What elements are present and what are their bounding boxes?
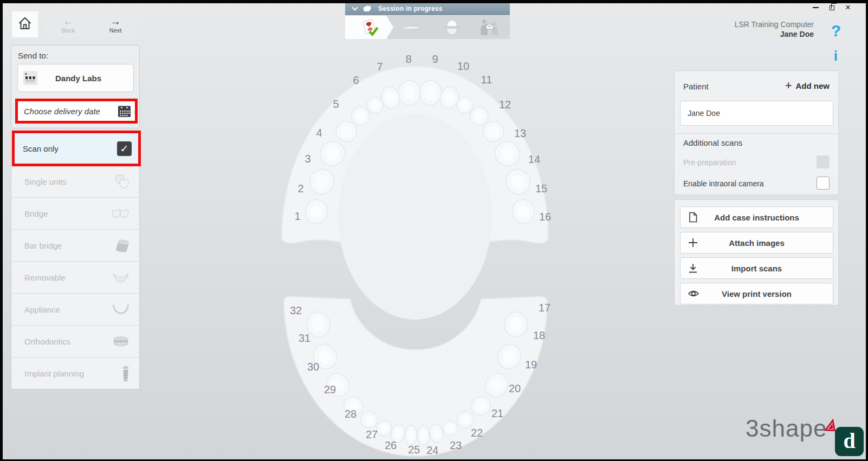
bar-bridge-icon	[113, 237, 131, 254]
single-units-icon	[111, 173, 131, 190]
close-icon: ×	[845, 4, 851, 11]
appliance-icon	[111, 303, 131, 316]
view-print-version-button[interactable]: View print version	[680, 283, 833, 304]
intraoral-camera-label: Enable intraoral camera	[683, 179, 764, 188]
scanner-step-icon	[400, 18, 422, 37]
case-type-label: Orthodontics	[24, 337, 111, 346]
computer-name: LSR Training Computer	[735, 20, 814, 29]
patient-name-input[interactable]	[680, 101, 833, 126]
home-button[interactable]	[12, 11, 38, 37]
tooth-number-16: 16	[539, 211, 551, 223]
add-new-patient-button[interactable]: + Add new	[785, 80, 830, 92]
window-controls: ×	[809, 3, 854, 12]
3shape-logo: 3shape	[746, 415, 827, 442]
delivery-date-annotation: Choose delivery date	[15, 99, 138, 124]
back-button[interactable]: ← Back	[44, 11, 92, 37]
maximize-button[interactable]	[826, 3, 838, 12]
window-frame-left	[0, 0, 3, 461]
case-type-label: Implant planning	[24, 369, 121, 378]
account-block: LSR Training Computer Jane Doe	[735, 20, 814, 39]
tooth-number-31: 31	[299, 332, 310, 345]
case-type-bar-bridge[interactable]: Bar bridge	[11, 230, 139, 262]
case-type-appliance[interactable]: Appliance	[11, 294, 139, 326]
plus-icon	[687, 237, 699, 249]
tooth-number-20: 20	[509, 382, 521, 395]
lab-name: Dandy Labs	[37, 74, 119, 83]
attach-images-button[interactable]: Attach images	[680, 232, 833, 254]
import-icon	[687, 262, 699, 274]
tooth-number-28: 28	[345, 408, 357, 420]
tooth-number-4: 4	[316, 127, 322, 139]
tooth-number-8: 8	[405, 53, 411, 66]
workflow-step-order-form[interactable]	[345, 16, 394, 39]
tooth-number-17: 17	[539, 302, 550, 314]
remote-session-icon	[362, 4, 372, 13]
case-type-single-units[interactable]: Single units	[11, 166, 139, 198]
send-step-icon	[478, 17, 500, 38]
case-type-label: Bridge	[24, 209, 110, 218]
document-icon	[687, 211, 699, 223]
pre-preparation-checkbox	[817, 155, 830, 168]
tooth-number-27: 27	[366, 428, 378, 441]
lab-select-button[interactable]: Dandy Labs	[17, 64, 134, 92]
case-type-label: Appliance	[24, 305, 111, 314]
tooth-number-13: 13	[514, 127, 526, 140]
chevron-down-icon	[352, 4, 358, 10]
back-label: Back	[62, 27, 75, 34]
action-button-label: View print version	[681, 289, 833, 298]
tooth-number-21: 21	[491, 407, 503, 420]
scan-only-checkbox[interactable]: ✓	[117, 141, 132, 156]
tooth-number-22: 22	[471, 427, 483, 439]
arrow-right-icon: →	[110, 15, 121, 27]
divider	[675, 133, 838, 134]
case-type-implant-planning[interactable]: Implant planning	[11, 358, 139, 389]
calendar-icon[interactable]	[118, 105, 131, 118]
help-button[interactable]: ?	[831, 22, 841, 40]
next-label: Next	[109, 27, 122, 34]
removable-icon	[111, 270, 131, 285]
pre-preparation-label: Pre-preparation	[683, 158, 736, 167]
case-type-label: Removable	[24, 273, 111, 282]
tooth-number-3: 3	[305, 153, 310, 165]
workflow-step-scanner[interactable]	[386, 16, 435, 39]
minimize-icon	[813, 7, 819, 8]
tooth-number-11: 11	[481, 74, 493, 86]
order-step-icon	[360, 17, 379, 38]
orthodontics-icon	[111, 334, 131, 349]
import-scans-button[interactable]: Import scans	[680, 257, 833, 279]
user-name: Jane Doe	[735, 29, 814, 39]
minimize-button[interactable]	[809, 3, 821, 12]
case-type-removable[interactable]: Removable	[11, 262, 139, 294]
case-actions-panel: Add case instructionsAttach imagesImport…	[674, 199, 839, 306]
model-step-icon	[442, 17, 462, 38]
eye-icon	[687, 288, 700, 300]
tooth-number-12: 12	[499, 99, 511, 111]
add-new-label: Add new	[796, 81, 830, 90]
case-type-bridge[interactable]: Bridge	[11, 198, 139, 230]
add-case-instructions-button[interactable]: Add case instructions	[680, 206, 833, 228]
info-button[interactable]: i	[834, 48, 838, 64]
tooth-number-14: 14	[528, 153, 540, 166]
case-type-label: Bar bridge	[24, 241, 113, 250]
case-type-list: Single unitsBridgeBar bridgeRemovableApp…	[11, 165, 140, 389]
action-button-label: Attach images	[681, 238, 833, 248]
tooth-number-30: 30	[307, 361, 319, 373]
tooth-number-10: 10	[457, 60, 469, 73]
window-frame-top	[0, 0, 868, 3]
intraoral-camera-checkbox[interactable]	[817, 177, 830, 190]
case-type-orthodontics[interactable]: Orthodontics	[11, 326, 139, 358]
implant-planning-icon	[121, 365, 131, 382]
send-to-label: Send to:	[18, 51, 48, 60]
next-button[interactable]: → Next	[93, 11, 138, 37]
tooth-number-23: 23	[450, 439, 462, 452]
restore-icon	[830, 5, 834, 10]
tooth-number-7: 7	[377, 61, 383, 73]
session-banner[interactable]: Session in progress	[345, 2, 510, 15]
action-button-label: Import scans	[681, 264, 833, 273]
dandy-letter: d	[843, 428, 855, 453]
workflow-step-model-analysis[interactable]	[427, 16, 476, 39]
delivery-date-field[interactable]: Choose delivery date	[24, 107, 118, 116]
session-label: Session in progress	[378, 5, 443, 12]
close-button[interactable]: ×	[842, 3, 854, 12]
bridge-icon	[110, 207, 131, 220]
